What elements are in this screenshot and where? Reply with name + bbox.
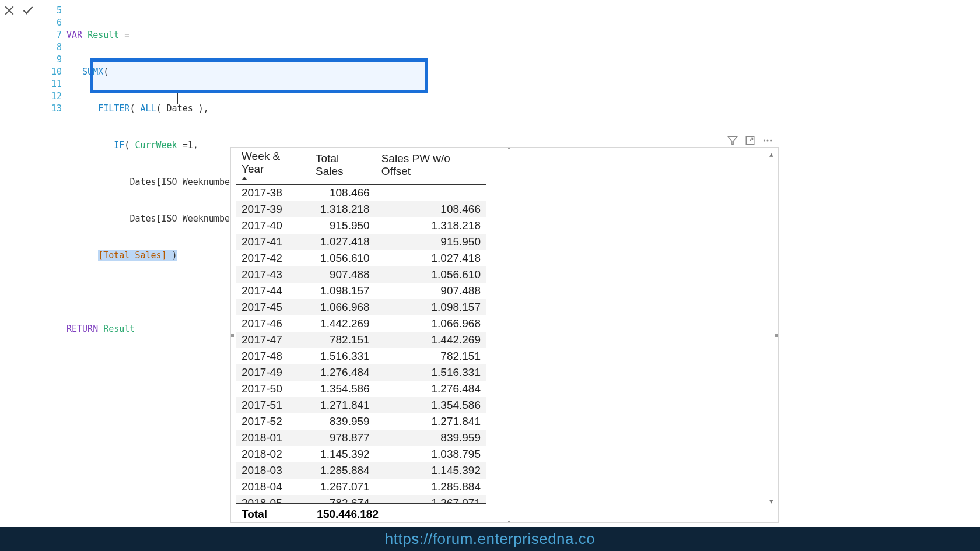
table-row[interactable]: 2017-52839.9591.271.841: [236, 413, 487, 430]
table-row[interactable]: 2017-441.098.157907.488: [236, 283, 487, 299]
filter-icon[interactable]: [727, 135, 738, 148]
scroll-up-icon[interactable]: ▴: [766, 150, 776, 159]
svg-point-7: [770, 139, 772, 141]
more-options-icon[interactable]: [762, 135, 773, 148]
table-row[interactable]: 2017-451.066.9681.098.157: [236, 299, 487, 315]
commit-button[interactable]: [21, 3, 35, 17]
table-row[interactable]: 2017-38108.466: [236, 184, 487, 201]
table-row[interactable]: 2018-031.285.8841.145.392: [236, 462, 487, 479]
table-row[interactable]: 2017-461.442.2691.066.968: [236, 315, 487, 332]
table-row[interactable]: 2017-411.027.418915.950: [236, 234, 487, 250]
focus-mode-icon[interactable]: [745, 135, 755, 148]
svg-marker-2: [728, 136, 737, 145]
scroll-down-icon[interactable]: ▾: [766, 497, 776, 506]
resize-grip-top[interactable]: [505, 147, 510, 149]
table-row[interactable]: 2017-511.271.8411.354.586: [236, 397, 487, 413]
table-row[interactable]: 2017-421.056.6101.027.418: [236, 250, 487, 266]
table-row[interactable]: 2017-47782.1511.442.269: [236, 332, 487, 348]
cancel-button[interactable]: [2, 3, 16, 17]
table-row[interactable]: 2018-021.145.3921.038.795: [236, 446, 487, 462]
table-total-row: Total 150.446.182: [236, 503, 487, 523]
table-row[interactable]: 2018-041.267.0711.285.884: [236, 479, 487, 495]
table-row[interactable]: 2017-391.318.218108.466: [236, 201, 487, 217]
col-sales-pw[interactable]: Sales PW w/o Offset: [376, 148, 487, 184]
svg-point-6: [766, 139, 768, 141]
table-row[interactable]: 2017-40915.9501.318.218: [236, 217, 487, 234]
col-week-year[interactable]: Week & Year: [236, 148, 310, 184]
table-row[interactable]: 2018-05782.6741.267.071: [236, 495, 487, 503]
resize-grip-left[interactable]: [230, 334, 234, 340]
resize-grip-right[interactable]: [775, 334, 779, 340]
svg-point-5: [764, 139, 765, 141]
table-row[interactable]: 2017-491.276.4841.516.331: [236, 364, 487, 381]
table-row[interactable]: 2018-01978.877839.959: [236, 430, 487, 446]
table-row[interactable]: 2017-501.354.5861.276.484: [236, 381, 487, 397]
col-total-sales[interactable]: Total Sales: [310, 148, 376, 184]
table-row[interactable]: 2017-43907.4881.056.610: [236, 266, 487, 283]
table-header-row[interactable]: Week & Year Total Sales Sales PW w/o Off…: [236, 148, 487, 184]
background-label: Sal Su: [0, 10, 37, 94]
table-row[interactable]: 2017-481.516.331782.151: [236, 348, 487, 364]
table-visual[interactable]: ▴ ▾ Week & Year Total Sales Sales PW w/o…: [230, 147, 779, 523]
resize-grip-bottom[interactable]: [505, 521, 510, 523]
footer-link[interactable]: https://forum.enterprisedna.co: [0, 527, 980, 551]
text-cursor-icon: [177, 93, 178, 104]
line-number-gutter: 5678910111213: [46, 5, 62, 115]
